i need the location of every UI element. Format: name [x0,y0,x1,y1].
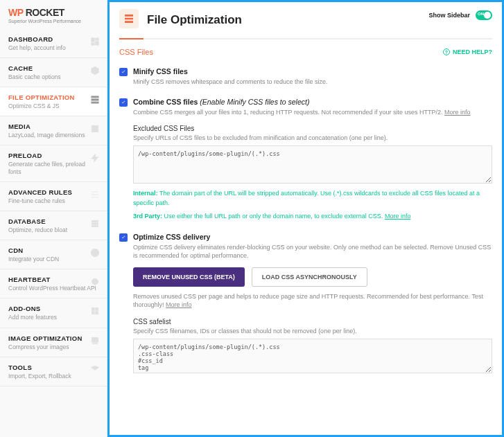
sidebar-item-heartbeat[interactable]: HEARTBEATControl WordPress Heartbeat API [0,269,107,298]
nav-icon [90,336,100,346]
remove-unused-css-button[interactable]: REMOVE UNUSED CSS (BETA) [133,267,245,287]
show-sidebar-label: Show Sidebar [428,12,470,19]
nav-icon [90,190,100,199]
sidebar-item-media[interactable]: MEDIALazyLoad, Image dimensions [0,116,107,145]
need-help-link[interactable]: ?NEED HELP? [443,48,492,55]
optimize-css-label: Optimize CSS delivery [133,233,492,241]
minify-css-desc: Minify CSS removes whitespace and commen… [133,78,492,87]
combine-css-label: Combine CSS files (Enable Minify CSS fil… [133,98,492,106]
nav-icon [90,37,100,46]
sidebar-item-image-optimization[interactable]: IMAGE OPTIMIZATIONCompress your images [0,328,107,357]
nav-icon [90,95,100,105]
sidebar-item-cdn[interactable]: CDNIntegrate your CDN [0,240,107,269]
sidebar-item-database[interactable]: DATABASEOptimize, reduce bloat [0,211,107,240]
combine-css-checkbox[interactable] [119,98,128,107]
combine-more-link[interactable]: More info [444,109,471,116]
help-icon: ? [443,48,450,55]
sidebar-item-tools[interactable]: TOOLSImport, Export, Rollback [0,357,107,386]
show-sidebar-toggle[interactable]: ON [476,10,492,20]
nav-icon [90,219,100,229]
optimize-css-checkbox[interactable] [119,233,128,242]
minify-css-checkbox[interactable] [119,68,128,76]
file-optimization-icon [119,9,139,28]
optimize-more-link[interactable]: More info [166,301,192,308]
css-safelist-textarea[interactable] [133,339,492,373]
sidebar-item-add-ons[interactable]: ADD-ONSAdd more features [0,298,107,328]
nav-icon [90,277,100,287]
third-party-more-link[interactable]: More info [385,213,411,220]
section-css-files: CSS Files [119,48,153,56]
nav-icon [90,153,100,163]
nav-icon [90,306,100,316]
minify-css-label: Minify CSS files [133,67,492,75]
sidebar-item-cache[interactable]: CACHEBasic cache options [0,58,107,87]
sidebar-item-advanced-rules[interactable]: ADVANCED RULESFine-tune cache rules [0,182,107,211]
css-safelist-label: CSS safelist [133,318,492,325]
sidebar-item-preload[interactable]: PRELOADGenerate cache files, preload fon… [0,145,107,182]
nav-icon [90,66,100,75]
sidebar-item-dashboard[interactable]: DASHBOARDGet help, account info [0,29,107,58]
logo: WP ROCKET Superior WordPress Performance [0,0,107,29]
nav-icon [90,248,100,258]
nav-icon [90,124,100,134]
load-css-async-button[interactable]: LOAD CSS ASYNCHRONOUSLY [252,267,367,287]
sidebar-item-file-optimization[interactable]: FILE OPTIMIZATIONOptimize CSS & JS [0,87,107,116]
nav-icon [90,365,100,375]
page-title: File Optimization [147,13,242,27]
excluded-css-label: Excluded CSS Files [133,125,492,132]
excluded-css-textarea[interactable] [133,145,492,184]
